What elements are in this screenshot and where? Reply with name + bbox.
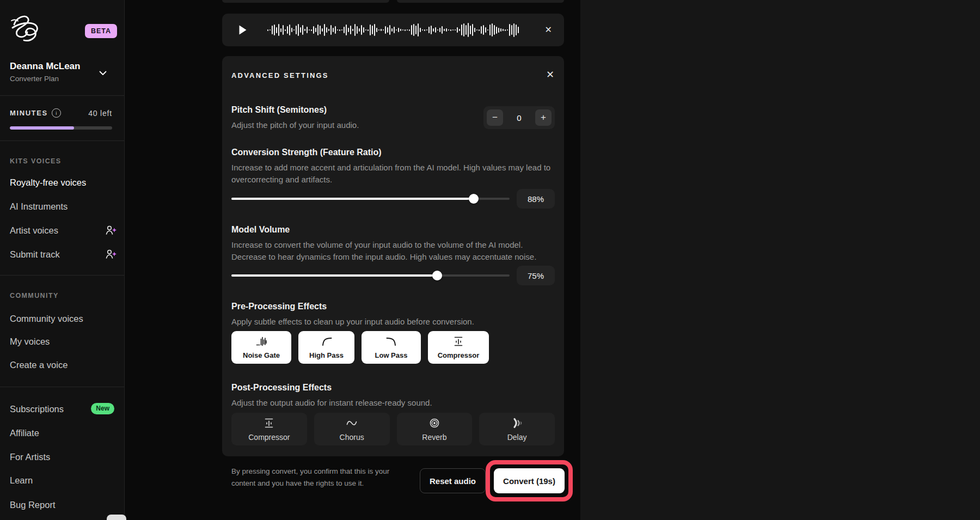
waveform-bar xyxy=(476,29,477,30)
user-sparkle-icon xyxy=(105,248,118,261)
waveform-bar xyxy=(313,26,314,34)
compressor-icon xyxy=(452,335,464,350)
sidebar-item-bug-report[interactable]: Bug Report xyxy=(10,500,55,510)
waveform-bar xyxy=(283,25,284,35)
minus-button[interactable]: − xyxy=(487,109,503,126)
waveform-bar xyxy=(424,29,425,31)
pre-processing-effects-row: Noise Gate High Pass Low Pass xyxy=(231,331,489,364)
effect-label: Delay xyxy=(507,433,527,442)
waveform-bar xyxy=(361,25,362,35)
waveform-bar xyxy=(324,24,325,36)
waveform-bar xyxy=(492,23,493,36)
account-menu-toggle[interactable] xyxy=(99,68,107,78)
sidebar-item-learn[interactable]: Learn xyxy=(10,475,33,486)
reverb-icon xyxy=(428,417,440,431)
model-volume-desc: Increase to convert the volume of your i… xyxy=(231,239,558,262)
waveform-bar xyxy=(385,26,386,34)
waveform-bar xyxy=(503,29,504,31)
waveform-bar xyxy=(439,28,440,32)
info-icon[interactable]: i xyxy=(52,108,61,118)
pitch-shift-title: Pitch Shift (Semitones) xyxy=(231,105,327,115)
sidebar-item-my-voices[interactable]: My voices xyxy=(10,337,50,347)
waveform-bar xyxy=(337,29,338,30)
waveform[interactable] xyxy=(261,14,525,46)
reset-audio-button[interactable]: Reset audio xyxy=(420,468,486,493)
plus-button[interactable]: + xyxy=(535,109,552,126)
waveform-bar xyxy=(370,25,371,35)
waveform-bar xyxy=(335,26,336,34)
waveform-bar xyxy=(322,28,323,32)
waveform-bar xyxy=(452,29,454,30)
minutes-progress-bar xyxy=(10,126,112,130)
effect-label: Reverb xyxy=(422,433,446,442)
waveform-bar xyxy=(444,29,445,31)
sidebar-item-for-artists[interactable]: For Artists xyxy=(10,452,50,462)
minutes-label: MINUTES i xyxy=(10,108,61,118)
close-icon[interactable]: ✕ xyxy=(545,26,552,34)
waveform-bar xyxy=(505,29,506,31)
convert-button[interactable]: Convert (19s) xyxy=(494,468,565,493)
logo-icon xyxy=(10,13,44,46)
waveform-bar xyxy=(396,29,397,30)
compressor-button[interactable]: Compressor xyxy=(231,413,307,445)
waveform-bar xyxy=(468,23,469,37)
play-button[interactable] xyxy=(236,24,248,36)
waveform-bar xyxy=(291,28,292,32)
sidebar-item-artist-voices[interactable]: Artist voices xyxy=(10,225,58,236)
delay-button[interactable]: Delay xyxy=(479,413,555,445)
waveform-bar xyxy=(354,24,356,36)
sidebar-item-community-voices[interactable]: Community voices xyxy=(10,314,83,324)
noise-gate-button[interactable]: Noise Gate xyxy=(231,331,291,364)
waveform-bar xyxy=(426,29,427,30)
waveform-bar xyxy=(465,25,467,35)
sidebar: BETA Deanna McLean Converter Plan MINUTE… xyxy=(0,0,125,520)
reverb-button[interactable]: Reverb xyxy=(397,413,473,445)
volume-slider-thumb[interactable] xyxy=(432,271,442,280)
strength-slider-fill xyxy=(231,198,474,200)
play-icon xyxy=(238,25,247,35)
waveform-bar xyxy=(474,28,475,32)
waveform-bar xyxy=(446,28,447,32)
effect-label: Compressor xyxy=(248,433,290,442)
section-header-kits-voices: KITS VOICES xyxy=(10,157,62,165)
waveform-bar xyxy=(367,29,369,31)
sidebar-item-create-a-voice[interactable]: Create a voice xyxy=(10,360,68,370)
close-icon[interactable]: ✕ xyxy=(546,70,554,79)
waveform-bar xyxy=(455,29,456,30)
low-pass-button[interactable]: Low Pass xyxy=(362,331,421,364)
waveform-bar xyxy=(516,25,517,35)
convert-label: Convert (19s) xyxy=(503,476,555,486)
strength-slider-thumb[interactable] xyxy=(469,194,479,204)
chorus-button[interactable]: Chorus xyxy=(314,413,390,445)
waveform-bar xyxy=(330,25,332,35)
waveform-bar xyxy=(507,29,508,30)
disclaimer-line: By pressing convert, you confirm that th… xyxy=(231,466,389,478)
waveform-bar xyxy=(350,26,351,34)
waveform-bar xyxy=(344,27,345,33)
waveform-bar xyxy=(374,24,375,36)
divider xyxy=(0,140,124,141)
effect-label: High Pass xyxy=(309,351,344,359)
app-logo[interactable] xyxy=(10,13,44,48)
model-volume-slider[interactable] xyxy=(231,274,510,277)
conversion-strength-slider[interactable] xyxy=(231,198,510,200)
beta-badge: BETA xyxy=(85,24,117,38)
waveform-bar xyxy=(280,28,281,32)
sidebar-item-submit-track[interactable]: Submit track xyxy=(10,249,60,260)
waveform-bar xyxy=(500,28,501,32)
waveform-bar xyxy=(422,29,423,30)
high-pass-button[interactable]: High Pass xyxy=(298,331,354,364)
disclaimer-line: content and you have the rights to use i… xyxy=(231,478,389,490)
waveform-bar xyxy=(285,29,286,31)
waveform-bar xyxy=(300,27,301,33)
sidebar-item-royalty-free-voices[interactable]: Royalty-free voices xyxy=(10,178,86,188)
waveform-bar xyxy=(272,26,273,34)
sidebar-item-affiliate[interactable]: Affiliate xyxy=(10,428,39,438)
sidebar-item-ai-instruments[interactable]: AI Instruments xyxy=(10,201,68,212)
sidebar-item-subscriptions[interactable]: Subscriptions xyxy=(10,404,64,414)
compressor-button[interactable]: Compressor xyxy=(428,331,489,364)
chat-launcher-cutoff[interactable] xyxy=(107,515,126,520)
waveform-bar xyxy=(511,25,512,35)
delay-icon xyxy=(511,417,524,431)
waveform-bar xyxy=(470,26,471,34)
